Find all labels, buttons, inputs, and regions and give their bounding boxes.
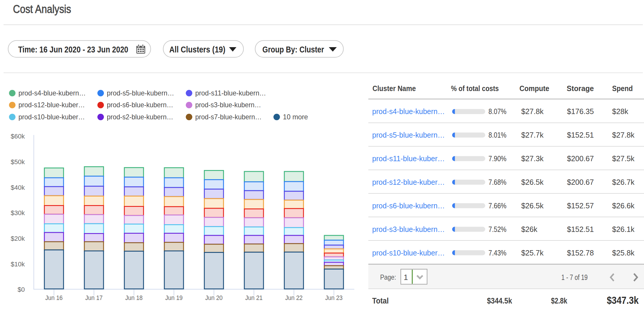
svg-text:Jun 22: Jun 22 (285, 294, 303, 301)
svg-text:$152.51: $152.51 (567, 225, 594, 234)
svg-text:Page:: Page: (380, 273, 396, 281)
svg-text:$27.8k: $27.8k (612, 131, 635, 139)
svg-text:$26.5k: $26.5k (521, 201, 544, 210)
svg-text:$28k: $28k (612, 107, 629, 116)
svg-text:prod-s5-blue-kubern…: prod-s5-blue-kubern… (372, 131, 445, 139)
svg-text:prod-s2-blue-kubern…: prod-s2-blue-kubern… (107, 113, 173, 121)
svg-text:$200.67: $200.67 (567, 178, 594, 187)
svg-text:$200.67: $200.67 (567, 154, 594, 163)
svg-text:$20k: $20k (11, 235, 25, 242)
svg-text:Jun 17: Jun 17 (85, 294, 103, 301)
svg-text:All Clusters (19): All Clusters (19) (169, 45, 225, 54)
svg-text:1 - 7 of 19: 1 - 7 of 19 (561, 273, 588, 282)
svg-text:$60k: $60k (11, 133, 25, 140)
svg-text:$0: $0 (18, 286, 25, 293)
svg-text:$27.5k: $27.5k (612, 154, 635, 163)
svg-text:$176.35: $176.35 (567, 107, 594, 116)
svg-text:prod-s5-blue-kubern…: prod-s5-blue-kubern… (107, 89, 174, 97)
svg-text:prod-s12-blue-kuber…: prod-s12-blue-kuber… (19, 101, 85, 109)
svg-text:7.68%: 7.68% (488, 178, 506, 187)
svg-text:prod-s7-blue-kubern…: prod-s7-blue-kubern… (195, 113, 262, 121)
svg-text:$344.5k: $344.5k (487, 296, 512, 305)
svg-text:$152.78: $152.78 (567, 248, 594, 257)
svg-text:prod-s11-blue-kubern…: prod-s11-blue-kubern… (195, 89, 266, 97)
svg-text:prod-s10-blue-kuber…: prod-s10-blue-kuber… (19, 113, 85, 121)
svg-text:$2.8k: $2.8k (551, 296, 568, 305)
svg-text:$27.8k: $27.8k (521, 107, 544, 116)
svg-text:Spend: Spend (612, 84, 633, 93)
svg-text:$347.3k: $347.3k (607, 294, 639, 306)
svg-text:1: 1 (404, 273, 408, 282)
svg-text:7.52%: 7.52% (488, 225, 506, 234)
svg-text:Jun 23: Jun 23 (325, 294, 343, 301)
svg-text:$27.3k: $27.3k (521, 154, 544, 163)
svg-text:Group By: Cluster: Group By: Cluster (262, 45, 324, 54)
svg-text:prod-s4-blue-kubern…: prod-s4-blue-kubern… (372, 107, 445, 116)
svg-text:prod-s3-blue-kubern…: prod-s3-blue-kubern… (372, 225, 445, 234)
svg-text:7.90%: 7.90% (488, 154, 506, 163)
svg-text:$25.7k: $25.7k (521, 248, 544, 257)
svg-text:prod-s10-blue-kuber…: prod-s10-blue-kuber… (372, 248, 445, 257)
svg-text:7.43%: 7.43% (488, 248, 506, 257)
svg-text:8.01%: 8.01% (488, 131, 506, 139)
svg-text:$30k: $30k (11, 209, 25, 217)
svg-text:10 more: 10 more (283, 113, 308, 121)
svg-text:prod-s4-blue-kubern…: prod-s4-blue-kubern… (19, 89, 86, 97)
svg-text:Time: 16 Jun 2020 - 23 Jun 202: Time: 16 Jun 2020 - 23 Jun 2020 (18, 45, 128, 54)
svg-text:Jun 18: Jun 18 (125, 294, 143, 301)
svg-text:Jun 19: Jun 19 (165, 294, 183, 301)
svg-text:$50k: $50k (11, 158, 25, 166)
svg-text:prod-s6-blue-kubern…: prod-s6-blue-kubern… (107, 101, 173, 109)
svg-text:8.07%: 8.07% (488, 107, 506, 116)
svg-text:$26k: $26k (521, 225, 538, 234)
svg-text:$27.7k: $27.7k (521, 131, 544, 139)
svg-text:$152.57: $152.57 (567, 201, 594, 210)
svg-text:prod-s12-blue-kuber…: prod-s12-blue-kuber… (372, 178, 445, 187)
svg-text:$26.5k: $26.5k (521, 178, 544, 187)
svg-text:7.66%: 7.66% (488, 201, 506, 210)
svg-text:Jun 20: Jun 20 (205, 294, 223, 301)
svg-text:Compute: Compute (519, 84, 549, 93)
svg-text:$152.51: $152.51 (567, 131, 594, 139)
svg-text:prod-s11-blue-kuber…: prod-s11-blue-kuber… (372, 154, 445, 163)
svg-text:Cluster Name: Cluster Name (372, 84, 416, 93)
svg-text:$26.7k: $26.7k (612, 178, 635, 187)
svg-text:$10k: $10k (11, 260, 25, 268)
svg-text:Cost Analysis: Cost Analysis (13, 3, 71, 15)
svg-text:% of total costs: % of total costs (451, 84, 499, 93)
svg-text:$25.8k: $25.8k (612, 248, 635, 257)
svg-text:Jun 16: Jun 16 (45, 294, 63, 301)
svg-text:$40k: $40k (11, 184, 25, 191)
svg-text:$26.1k: $26.1k (612, 225, 635, 234)
svg-text:prod-s6-blue-kubern…: prod-s6-blue-kubern… (372, 201, 445, 210)
svg-text:$26.6k: $26.6k (612, 201, 635, 210)
svg-text:Storage: Storage (567, 84, 594, 93)
svg-text:Total: Total (372, 296, 389, 305)
svg-text:prod-s3-blue-kubern…: prod-s3-blue-kubern… (195, 101, 261, 109)
svg-text:Jun 21: Jun 21 (245, 294, 263, 301)
